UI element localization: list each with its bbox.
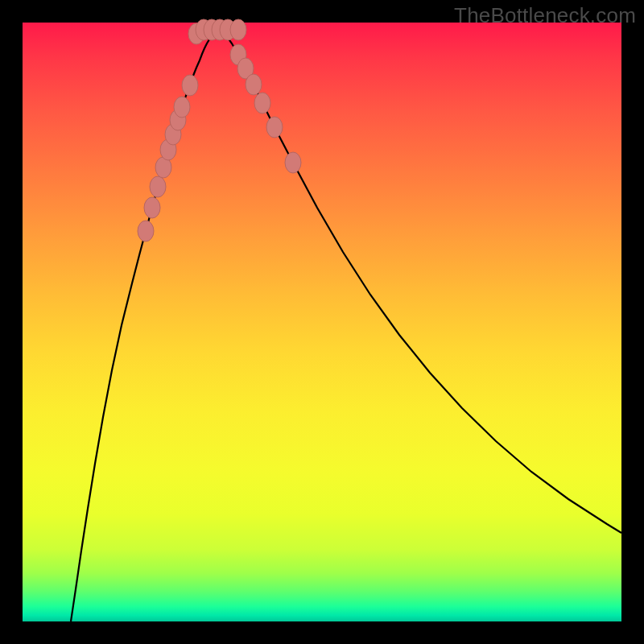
curve-marker [150,176,166,197]
chart-frame: TheBottleneck.com [0,0,644,644]
curve-marker [182,75,198,96]
chart-plot-area [23,23,621,621]
curve-marker [254,93,270,114]
curve-marker [230,19,246,40]
curve-marker [266,117,283,138]
curve-marker [285,152,301,173]
curve-marker [138,221,154,242]
watermark-text: TheBottleneck.com [454,3,636,28]
curve-marker [174,97,190,118]
bottleneck-curve [71,30,621,621]
curve-markers [138,19,301,242]
curve-marker [246,74,262,95]
chart-svg [23,23,621,621]
curve-marker [144,197,160,218]
